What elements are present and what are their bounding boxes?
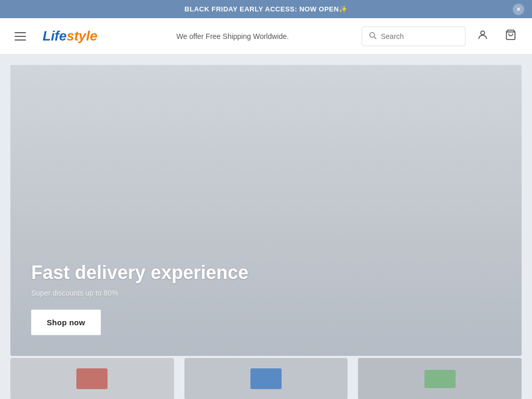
- logo-text: Lifestyle: [43, 28, 98, 44]
- hamburger-line-2: [15, 36, 26, 37]
- user-account-button[interactable]: [472, 24, 494, 48]
- svg-line-1: [374, 37, 376, 39]
- shop-now-button[interactable]: Shop now: [31, 310, 101, 335]
- hamburger-line-1: [15, 32, 26, 33]
- header: Lifestyle We offer Free Shipping Worldwi…: [0, 18, 532, 55]
- hamburger-menu-button[interactable]: [10, 28, 30, 45]
- hamburger-line-3: [15, 39, 26, 41]
- close-icon: ×: [516, 5, 521, 13]
- cart-icon: [505, 29, 516, 43]
- product-thumbnail-3[interactable]: [358, 358, 522, 399]
- product-thumbnail-1[interactable]: [10, 358, 174, 399]
- product-thumbnails: [10, 358, 522, 399]
- hero-subtitle: Super discounts up to 80%: [31, 289, 248, 297]
- hero-title: Fast delivery experience: [31, 262, 248, 284]
- user-icon: [477, 29, 488, 43]
- svg-point-2: [481, 31, 484, 35]
- shipping-text: We offer Free Shipping Worldwide.: [177, 32, 289, 41]
- product-thumbnail-2[interactable]: [184, 358, 348, 399]
- search-input[interactable]: [381, 32, 459, 41]
- search-icon: [368, 31, 377, 42]
- announcement-bar: BLACK FRIDAY EARLY ACCESS: NOW OPEN✨ ×: [0, 0, 532, 18]
- main-content: Fast delivery experience Super discounts…: [0, 55, 532, 399]
- announcement-text: BLACK FRIDAY EARLY ACCESS: NOW OPEN✨: [184, 5, 348, 13]
- cart-button[interactable]: [500, 24, 522, 48]
- shipping-banner: We offer Free Shipping Worldwide.: [110, 26, 356, 47]
- search-box[interactable]: [362, 26, 466, 46]
- announcement-close-button[interactable]: ×: [513, 4, 524, 15]
- hero-banner: Fast delivery experience Super discounts…: [10, 65, 522, 356]
- logo[interactable]: Lifestyle: [36, 28, 104, 44]
- hero-content: Fast delivery experience Super discounts…: [31, 262, 248, 335]
